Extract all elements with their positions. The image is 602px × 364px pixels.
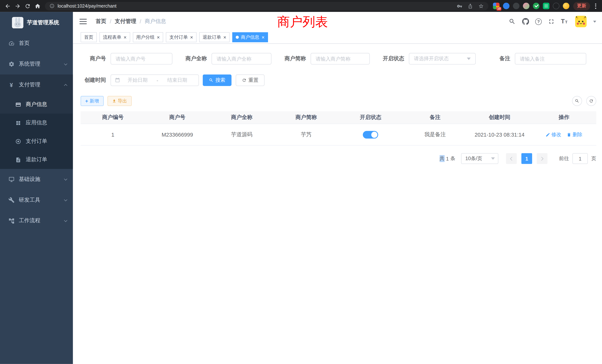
sidebar-item-home[interactable]: 首页	[0, 33, 73, 54]
sidebar-item-label: 工作流程	[19, 217, 40, 224]
tab-user-group[interactable]: 用户分组 ×	[133, 32, 163, 42]
full-name-input[interactable]	[212, 53, 271, 64]
browser-menu-button[interactable]	[592, 1, 599, 11]
browser-back-button[interactable]	[3, 1, 13, 11]
toggle-search-button[interactable]	[572, 96, 582, 106]
status-select[interactable]: 请选择开启状态	[409, 53, 476, 64]
extension-icon-2[interactable]	[503, 3, 509, 9]
tab-pay-orders[interactable]: 支付订单 ×	[166, 32, 196, 42]
sidebar-item-workflow[interactable]: 工作流程	[0, 210, 73, 231]
cell-merchant-no: M233666999	[145, 131, 210, 138]
user-avatar[interactable]	[575, 16, 587, 27]
bookmark-star-icon[interactable]	[478, 3, 484, 9]
extension-icon-5[interactable]	[533, 3, 539, 9]
chevron-down-icon	[64, 198, 67, 201]
sidebar-item-merchant-info[interactable]: 商户信息	[0, 95, 73, 114]
close-icon[interactable]: ×	[223, 35, 226, 40]
extension-icon-8[interactable]	[563, 3, 569, 9]
remark-input[interactable]	[515, 53, 586, 64]
end-date-placeholder[interactable]: 结束日期	[160, 77, 195, 84]
extension-icon-3[interactable]	[513, 3, 519, 9]
column-header-remark: 备注	[403, 114, 467, 121]
column-header-merchant-no: 商户号	[145, 114, 210, 121]
next-page-button[interactable]	[537, 153, 548, 164]
merchant-table: 商户编号 商户号 商户全称 商户简称 开启状态 备注 创建时间 操作 1 M23…	[81, 111, 596, 146]
close-icon[interactable]: ×	[190, 35, 193, 40]
breadcrumb: 首页 / 支付管理 / 商户信息	[96, 18, 166, 25]
column-header-id: 商户编号	[81, 114, 145, 121]
sidebar-item-payment[interactable]: ¥ 支付管理	[0, 75, 73, 95]
goto-page-input[interactable]	[572, 153, 588, 164]
pagination-total: 共 1 条	[440, 155, 455, 162]
document-icon	[15, 157, 21, 162]
add-button[interactable]: + 新增	[81, 96, 103, 106]
refresh-icon	[242, 78, 247, 83]
prev-page-button[interactable]	[506, 153, 517, 164]
reload-icon	[25, 3, 31, 9]
avatar-caret-icon[interactable]	[593, 21, 596, 22]
extension-icon-6[interactable]	[543, 3, 549, 9]
breadcrumb-current: 商户信息	[145, 18, 166, 25]
close-icon[interactable]: ×	[157, 35, 160, 40]
filter-row-1: 商户号 商户全称 商户简称 开启状态 请选择开启状态	[81, 53, 596, 64]
search-button[interactable]: 搜索	[203, 75, 232, 86]
browser-toolbar: localhost:1024/pay/merchant 10	[0, 0, 602, 12]
status-toggle[interactable]	[363, 131, 378, 138]
date-range-picker[interactable]: 开始日期 - 结束日期	[111, 75, 199, 86]
page-size-select[interactable]: 10条/页	[461, 153, 498, 164]
site-info-icon[interactable]	[50, 3, 54, 9]
filter-row-2: 创建时间 开始日期 - 结束日期 搜索	[81, 75, 596, 86]
short-name-input[interactable]	[311, 53, 370, 64]
search-icon[interactable]	[508, 18, 516, 25]
sidebar-item-system[interactable]: 系统管理	[0, 54, 73, 75]
filter-status: 开启状态 请选择开启状态	[379, 53, 476, 64]
trash-icon	[567, 132, 571, 137]
extension-icon-7[interactable]	[553, 3, 559, 9]
hamburger-menu-icon[interactable]	[79, 19, 87, 24]
page-number-current[interactable]: 1	[521, 153, 532, 164]
sidebar-item-app-info[interactable]: 应用信息	[0, 114, 73, 132]
tab-process-form[interactable]: 流程表单 ×	[99, 32, 130, 42]
app-logo[interactable]: 芋道管理系统	[0, 12, 73, 33]
pagination-goto: 前往 页	[559, 153, 596, 164]
delete-button[interactable]: 删除	[567, 131, 582, 138]
password-key-icon[interactable]	[457, 3, 462, 9]
refresh-table-button[interactable]	[586, 96, 596, 106]
close-icon[interactable]: ×	[261, 35, 265, 40]
extension-icon-4[interactable]	[523, 3, 529, 9]
tab-home[interactable]: 首页	[81, 32, 97, 42]
browser-forward-button[interactable]	[13, 1, 23, 11]
sidebar: 芋道管理系统 首页 系统管理 ¥	[0, 12, 73, 364]
tab-refund-orders[interactable]: 退款订单 ×	[199, 32, 230, 42]
browser-reload-button[interactable]	[23, 1, 33, 11]
breadcrumb-home[interactable]: 首页	[96, 18, 106, 25]
edit-pencil-icon	[546, 132, 550, 137]
address-bar[interactable]: localhost:1024/pay/merchant	[45, 2, 488, 10]
right-toolbar	[572, 96, 596, 106]
export-button[interactable]: 导出	[107, 96, 132, 106]
sidebar-item-refund-orders[interactable]: 退款订单	[0, 150, 73, 169]
fullscreen-icon[interactable]	[548, 18, 555, 25]
help-icon[interactable]: ?	[535, 18, 542, 25]
payment-submenu: 商户信息 应用信息 支付订单	[0, 95, 73, 169]
breadcrumb-separator: /	[110, 18, 111, 24]
breadcrumb-payment[interactable]: 支付管理	[115, 18, 136, 25]
github-icon[interactable]	[522, 18, 529, 25]
browser-home-button[interactable]	[33, 1, 43, 11]
extension-badge: 10	[496, 7, 502, 11]
sidebar-item-pay-orders[interactable]: 支付订单	[0, 132, 73, 150]
merchant-no-input[interactable]	[111, 53, 172, 64]
sidebar-item-infrastructure[interactable]: 基础设施	[0, 169, 73, 190]
share-icon[interactable]	[468, 3, 473, 9]
update-button[interactable]: 更新	[573, 2, 590, 10]
target-icon	[15, 139, 21, 144]
edit-button[interactable]: 修改	[546, 131, 561, 138]
reset-button[interactable]: 重置	[236, 75, 265, 86]
wrench-icon	[8, 197, 15, 203]
sidebar-item-dev-tools[interactable]: 研发工具	[0, 190, 73, 210]
extension-icon-1[interactable]: 10	[493, 3, 499, 9]
start-date-placeholder[interactable]: 开始日期	[120, 77, 155, 84]
tab-merchant-info[interactable]: 商户信息 ×	[232, 32, 268, 42]
font-size-icon[interactable]: TT	[561, 18, 568, 25]
close-icon[interactable]: ×	[124, 35, 127, 40]
